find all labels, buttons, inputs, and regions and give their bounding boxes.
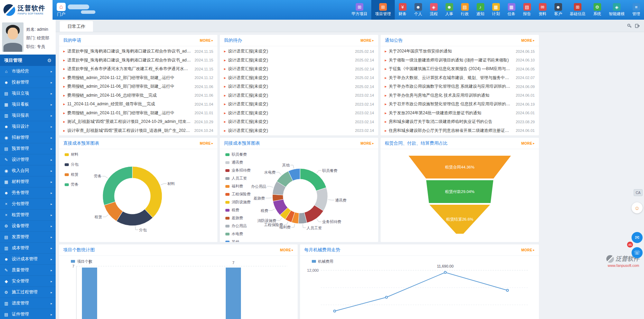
sidebar-item-construction-process[interactable]: ⚙施工过程管理▸ [0,287,56,298]
top-nav-smart-modeling[interactable]: ◈智能建模 [605,0,628,20]
notice-row[interactable]: ▸于征集《中国建筑施工行业信息化发展报告 (2024) —BIM应用与发展》材料… [385,65,535,74]
sidebar-item-design[interactable]: ✎设计管理▸ [0,154,56,165]
sidebar-item-subcontract[interactable]: ×分包管理▸ [0,199,56,210]
legend-item[interactable]: 税费 [225,207,251,213]
data-point[interactable] [334,310,336,312]
top-nav-base-info[interactable]: ⊞基础信息 [566,0,589,20]
my-apply-row[interactable]: ▸测试_彭祖新城“四馆”景观工程设计项目_2024-10-29_admin_结束… [63,117,213,126]
legend-item[interactable]: 办公用品 [225,223,251,229]
tab-daily-work[interactable]: 日常工作 [60,21,93,32]
my-todo-row[interactable]: ▸设计进度汇报(未提交)2023.02.14 [224,117,374,126]
sidebar-item-bidding[interactable]: ☻投标管理▸ [0,77,56,88]
sidebar-item-income-contract[interactable]: ◉收入合同▸ [0,165,56,176]
my-apply-row[interactable]: ▸进度款申报_珠海鹤港口建设_珠海鹤港口建设工程合作协议书_admin_...2… [63,56,213,65]
more-link[interactable]: MORE▸ [521,142,535,145]
customer-service-button[interactable]: ☺ [632,202,643,213]
my-todo-row[interactable]: ▸设计进度汇报(未提交)2023.02.14 [224,126,374,135]
my-todo-row[interactable]: ▸设计进度汇报(未提交)2023.02.14 [224,100,374,109]
sidebar-item-progress[interactable]: ▥进度管理▸ [0,298,56,309]
top-nav-hr[interactable]: ☻人事 [441,0,457,20]
my-apply-row[interactable]: ▸费用报销_admin_2024-11-12_部门经理审批_胡建_.运行中202… [63,74,213,83]
top-nav-report[interactable]: ▤报告 [519,0,535,20]
my-todo-row[interactable]: ▸设计进度汇报(未提交)2025.02.14 [224,74,374,83]
sidebar-item-material[interactable]: ▦材料管理▸ [0,176,56,187]
pie-segment[interactable] [103,166,132,205]
phone-button[interactable]: ☏ [632,247,643,258]
data-point[interactable] [506,289,508,291]
my-todo-row[interactable]: ▸设计进度汇报(未提交)2023.02.14 [224,109,374,118]
top-nav-document[interactable]: ✉资料 [535,0,550,20]
notice-row[interactable]: ▸关于领取一级注册建造师培训项目的通知 (须持一建证书前来领取)2024.06.… [385,56,535,65]
notice-row[interactable]: ▸房和城乡建设厅关于取消二级建造师临时执业证书的公告2023.08.29 [385,117,535,126]
my-todo-row[interactable]: ▸设计进度汇报(未提交)2025.02.14 [224,65,374,74]
legend-item[interactable]: 材料 [65,152,78,157]
pie-segment[interactable] [132,166,162,218]
top-nav-finance[interactable]: ¥财务 [395,0,410,20]
top-nav-personal[interactable]: ☻个人 [410,0,426,20]
legend-item[interactable]: 职员餐费 [225,152,251,157]
more-link[interactable]: MORE▸ [361,142,374,145]
more-link[interactable]: MORE▸ [200,39,213,42]
top-nav-notice[interactable]: ♪通知 [473,0,488,20]
top-nav-task[interactable]: ▦任务 [504,0,519,20]
sidebar-item-project-board[interactable]: ▦项目看板▸ [0,99,56,110]
top-nav-process[interactable]: ◈流程 [426,0,441,20]
my-apply-row[interactable]: ▸进度款申报_珠海鹤港口建设_珠海鹤港口建设工程合作协议书_admin_...2… [63,47,213,56]
nav-portal[interactable]: ⌂ 门户 [57,3,66,17]
sidebar-item-rental[interactable]: ×租赁管理▸ [0,210,56,221]
sidebar-item-invoice[interactable]: ▤发票管理▸ [0,232,56,243]
top-nav-administration[interactable]: ▤行政 [457,0,473,20]
top-nav-jiafang-project[interactable]: ⊞甲方项目 [348,0,371,20]
sidebar-item-tender[interactable]: ◉招标管理▸ [0,132,56,143]
top-nav-project-management[interactable]: ⊞项目管理 [371,0,395,20]
sidebar-item-equipment[interactable]: ⚙设备管理▸ [0,221,56,232]
sidebar-item-project-initiation[interactable]: ▤项目立项▸ [0,88,56,99]
legend-item[interactable]: 分包 [65,162,78,167]
legend-item[interactable]: 租赁 [65,172,78,177]
top-nav-plan[interactable]: ▦计划 [488,0,504,20]
legend-item[interactable]: 通讯费 [225,160,251,165]
my-todo-row[interactable]: ▸设计进度汇报(未提交)2025.02.14 [224,82,374,91]
sidebar-item-quality[interactable]: ✎质量管理▸ [0,265,56,276]
sidebar-item-budget[interactable]: ▤预算管理▸ [0,143,56,154]
sidebar-item-certificate[interactable]: ▤证件管理▸ [0,309,56,319]
legend-item[interactable]: 消防设施费 [225,200,251,205]
more-link[interactable]: MORE▸ [521,248,535,252]
bar[interactable] [226,268,241,319]
sidebar-item-labor[interactable]: ☻劳务管理▸ [0,187,56,199]
my-todo-row[interactable]: ▸设计进度汇报(未提交)2023.02.14 [224,91,374,100]
sidebar-item-market[interactable]: ⌂市场经营▸ [0,66,56,77]
notice-row[interactable]: ▸关于发放2024年第24批一级建造师注册证书的通知2024.06.01 [385,109,535,118]
sidebar-item-cost[interactable]: ▥成本管理▸ [0,243,56,254]
my-todo-row[interactable]: ▸设计进度汇报(未提交)2025.02.14 [224,56,374,65]
more-link[interactable]: MORE▸ [280,248,293,252]
my-todo-row[interactable]: ▸设计进度汇报(未提交)2025.02.14 [224,47,374,56]
legend-item[interactable]: 差旅费 [225,215,251,221]
sidebar-item-safety[interactable]: ◆安全管理▸ [0,276,56,287]
legend-item[interactable]: 工程保险费 [225,192,251,197]
my-apply-row[interactable]: ▸费用报销_admin_2024-11-06_部门经理审批_胡建_.运行中202… [63,82,213,91]
my-apply-row[interactable]: ▸费用报销_admin_2024-11-01_部门经理审批_胡建_.运行中202… [63,109,213,118]
bar[interactable] [82,268,97,319]
notice-row[interactable]: ▸关于2024年国庆节放假安排的通知2024.06.15 [385,47,535,56]
key-icon[interactable] [627,23,632,28]
exit-icon[interactable] [635,23,640,28]
top-nav-manage[interactable]: ≡管理 [628,0,644,20]
notice-row[interactable]: ▸关于举办大数据、云计算技术在城市建设、规划、管理与服务中的应用培训班...20… [385,74,535,83]
sidebar-item-design-cost[interactable]: ☻设计成本管理▸ [0,254,56,265]
legend-item[interactable]: 福利费 [225,184,251,189]
top-nav-system[interactable]: ⚙系统 [589,0,605,20]
more-link[interactable]: MORE▸ [361,39,374,42]
notice-row[interactable]: ▸关于举办市政公用设施数字化管理信息 系统建设与应用培训班的通知2024.06.… [385,82,535,91]
notice-row[interactable]: ▸关于召开市政公用设施智慧化管理信息 信息技术与应用培训班的通知2024.06.… [385,100,535,109]
legend-item[interactable]: 劳务 [65,182,78,187]
legend-item[interactable]: 水电费 [225,231,251,236]
notice-row[interactable]: ▸关于举办住房与房地产信息化 技术及应用培训班的通知2024.06.01 [385,91,535,100]
data-point[interactable] [385,296,388,298]
sidebar-item-project-report[interactable]: ▥项目报表▸ [0,110,56,121]
notice-row[interactable]: ▸住房和城乡建设部办公厅关于同意吉林省开展二级建造师注册证书电子化试点...20… [385,126,535,135]
my-apply-row[interactable]: ▸费用报销_admin_2024-11-06_总经理审批__完成2024.11.… [63,91,213,100]
qq-chat-button[interactable]: ✉ [632,232,643,243]
sidebar-item-project-design[interactable]: ☻项目设计▸ [0,121,56,132]
legend-item[interactable]: 人员工资 [225,176,251,181]
